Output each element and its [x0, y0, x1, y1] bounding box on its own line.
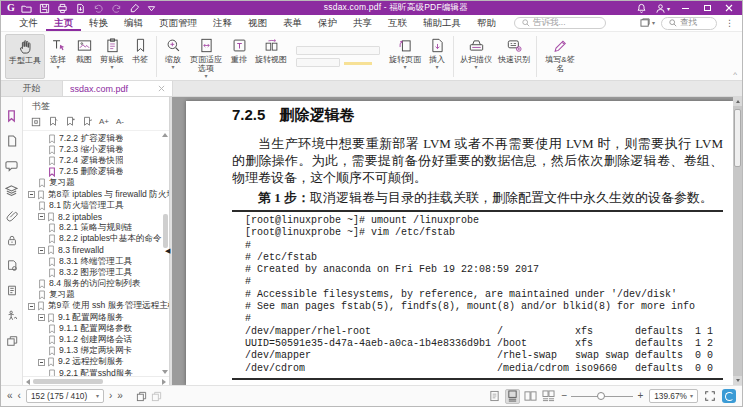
bookmark-item[interactable]: 7.2.3 缩小逻辑卷 [23, 144, 169, 155]
facing-continuous-layout-icon[interactable] [541, 389, 556, 404]
open-file-icon[interactable] [21, 3, 32, 14]
close-button[interactable] [722, 1, 736, 15]
scroll-right-icon[interactable] [162, 379, 166, 385]
bookmark-item[interactable]: 7.2.4 逻辑卷快照 [23, 155, 169, 166]
account-icon[interactable]: ▾ [655, 3, 670, 14]
quick-recognize-button[interactable]: 快速识别 [495, 34, 533, 79]
bookmark-item[interactable]: 9.1.2 创建网络会话 [23, 334, 169, 345]
menu-item[interactable]: 转换 [81, 15, 116, 31]
zoom-out-button[interactable]: − [562, 391, 568, 401]
accessibility-panel-icon[interactable] [3, 303, 21, 328]
redo-icon[interactable] [111, 3, 122, 14]
continuous-layout-icon[interactable] [505, 389, 520, 404]
scrollbar-thumb[interactable] [734, 109, 741, 167]
zoom-slider-knob[interactable] [597, 392, 605, 400]
scroll-down-icon[interactable] [162, 370, 168, 374]
decrease-text-size-icon[interactable]: A- [116, 117, 124, 126]
add-bookmark-icon[interactable] [48, 116, 58, 127]
zoom-button[interactable]: 缩放 ▾ [160, 34, 186, 79]
find-input[interactable]: 查找 [661, 17, 717, 30]
rotate-view-button[interactable]: 旋转视图 [252, 34, 290, 79]
document-view[interactable]: 7.2.5删除逻辑卷 当生产环境中想要重新部署 LVM 或者不再需要使用 LVM… [172, 97, 742, 385]
bookmark-item[interactable]: 8.2.1 策略与规则链 [23, 223, 169, 234]
menu-item[interactable]: 页面管理 [151, 15, 205, 31]
zoom-in-button[interactable]: + [637, 391, 643, 401]
snapshot-button[interactable]: 截图 [71, 34, 97, 79]
notification-bell-icon[interactable] [636, 3, 647, 14]
clipboard-button[interactable]: 剪贴板 ▾ [97, 34, 127, 79]
bookmark-item[interactable]: 8.2.2 iptables中基本的命令 [23, 234, 169, 245]
attachments-panel-icon[interactable] [3, 203, 21, 228]
comments-panel-icon[interactable] [3, 153, 21, 178]
export-icon[interactable] [75, 3, 86, 14]
bookmark-item[interactable]: 8.2 iptables [23, 211, 169, 222]
scroll-up-button[interactable] [733, 97, 742, 106]
menu-item[interactable]: 视图 [240, 15, 275, 31]
expand-current-bookmark-icon[interactable] [31, 117, 41, 127]
bookmarks-horizontal-scrollbar[interactable] [23, 376, 169, 385]
assistant-icon[interactable] [722, 389, 736, 403]
first-page-button[interactable]: « [7, 391, 13, 401]
bookmark-item[interactable]: 9.1.1 配置网络参数 [23, 323, 169, 334]
bookmark-button[interactable]: 书签 [127, 34, 153, 79]
reflow-button[interactable]: 重排 [226, 34, 252, 79]
snapshot-dropdown-icon[interactable]: ▾ [640, 18, 655, 28]
bookmark-item[interactable]: 7.2.2 扩容逻辑卷 [23, 133, 169, 144]
select-tool-button[interactable]: 选择 ▾ [45, 34, 71, 79]
more-options-icon[interactable]: ⋮ [723, 18, 736, 28]
collapse-node-icon[interactable] [38, 213, 45, 220]
bookmark-item[interactable]: 复习题 [23, 290, 169, 301]
hand-tool-button[interactable]: 手型工具 [5, 34, 45, 79]
minimize-button[interactable] [678, 1, 692, 15]
fill-sign-button[interactable]: 填写&签名 [540, 34, 580, 79]
bookmark-item[interactable]: 8.3.1 终端管理工具 [23, 256, 169, 267]
next-view-icon[interactable] [151, 391, 162, 402]
move-bookmark-icon[interactable] [65, 116, 75, 127]
bookmark-item[interactable]: 第8章 iptables 与 firewalld 防火墙 [23, 189, 169, 200]
previous-page-button[interactable]: ‹ [18, 391, 21, 401]
last-page-button[interactable]: » [117, 391, 123, 401]
scrollbar-thumb[interactable] [33, 379, 103, 384]
single-page-layout-icon[interactable] [487, 389, 502, 404]
signatures-panel-icon[interactable] [3, 253, 21, 278]
bookmark-item[interactable]: 9.2 远程控制服务 [23, 357, 169, 368]
print-icon[interactable] [57, 3, 68, 14]
scroll-up-icon[interactable] [162, 133, 168, 137]
destinations-panel-icon[interactable] [3, 278, 21, 303]
menu-item[interactable]: 文件 [11, 15, 46, 31]
next-page-button[interactable]: › [109, 391, 112, 401]
delete-bookmark-icon[interactable] [82, 116, 92, 127]
menu-item[interactable]: 帮助 [469, 15, 504, 31]
collapse-panel-icon[interactable]: ◀ [165, 247, 170, 254]
facing-layout-icon[interactable] [523, 389, 538, 404]
zoom-slider[interactable]: − + [562, 391, 644, 401]
previous-view-icon[interactable] [136, 391, 147, 402]
collapse-ribbon-icon[interactable]: ^ [733, 71, 737, 79]
security-panel-icon[interactable] [3, 228, 21, 253]
collapse-node-icon[interactable] [38, 314, 45, 321]
menu-item[interactable]: 主页 [46, 15, 81, 31]
increase-text-size-icon[interactable]: A+ [99, 117, 109, 126]
collapse-node-icon[interactable] [38, 359, 45, 366]
undo-icon[interactable] [93, 3, 104, 14]
tab-close-icon[interactable] [158, 85, 165, 92]
bookmark-item[interactable]: 第9章 使用 ssh 服务管理远程主机 [23, 301, 169, 312]
articles-panel-icon[interactable] [3, 328, 21, 353]
layers-panel-icon[interactable] [3, 178, 21, 203]
bookmark-item[interactable]: 9.1 配置网络服务 [23, 312, 169, 323]
tab-document[interactable]: ssdax.com.pdf [63, 81, 173, 96]
bookmark-item[interactable]: 9.1.3 绑定两块网卡 [23, 346, 169, 357]
menu-item[interactable]: 共享 [345, 15, 380, 31]
menu-item[interactable]: 编辑 [116, 15, 151, 31]
scroll-left-icon[interactable] [26, 379, 30, 385]
page-thumbnails-icon[interactable] [3, 128, 21, 153]
rotate-pages-button[interactable]: 旋转页面 ▾ [386, 34, 424, 79]
bookmark-item[interactable]: 7.2.5 删除逻辑卷 [23, 167, 169, 178]
bookmarks-panel-icon[interactable] [3, 103, 21, 128]
page-number-input[interactable]: 152 (175 / 410) ▾ [26, 389, 104, 403]
zoom-slider-track[interactable] [571, 396, 633, 397]
bookmark-item[interactable]: 8.3.2 图形管理工具 [23, 267, 169, 278]
menu-item[interactable]: 保护 [310, 15, 345, 31]
bookmark-item[interactable]: 9.2.1 配置sshd服务 [23, 368, 169, 376]
page-fit-options-button[interactable]: 页面适应选项 ▾ [186, 34, 226, 79]
